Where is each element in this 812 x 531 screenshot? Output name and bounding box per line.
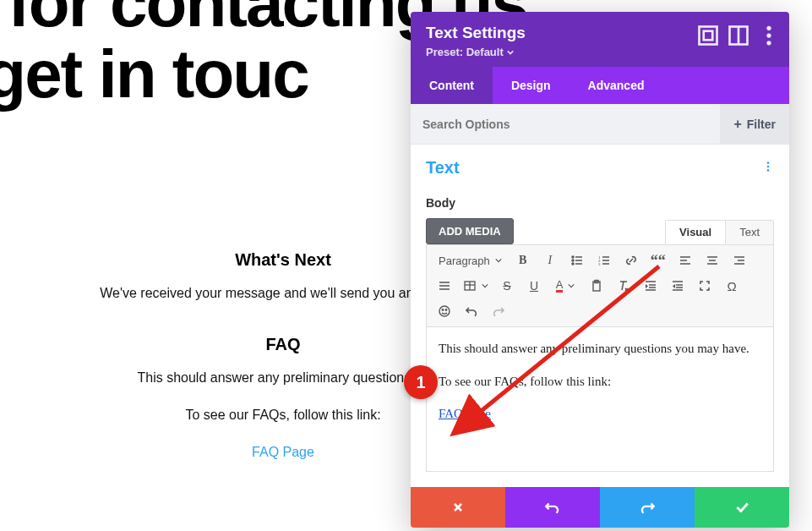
- svg-point-47: [439, 306, 450, 316]
- filter-button[interactable]: + Filter: [720, 104, 789, 144]
- redo-footer-button[interactable]: [600, 487, 695, 528]
- chevron-down-icon: [507, 49, 514, 56]
- blockquote-button[interactable]: ““: [646, 249, 671, 272]
- chevron-down-icon: [495, 257, 502, 264]
- section-more-icon[interactable]: [762, 159, 774, 177]
- panel-footer: [411, 487, 789, 528]
- table-dropdown[interactable]: [459, 274, 493, 298]
- svg-point-9: [767, 169, 770, 172]
- cancel-button[interactable]: [411, 487, 505, 528]
- editor-paragraph-2: To see our FAQs, follow this link:: [439, 372, 761, 391]
- svg-point-4: [766, 26, 771, 30]
- bullet-list-button[interactable]: [564, 249, 590, 272]
- snap-icon[interactable]: [727, 24, 750, 47]
- close-icon: [451, 501, 465, 514]
- underline-button[interactable]: U: [521, 274, 547, 298]
- text-settings-panel: Text Settings Preset: Default Content De…: [411, 12, 789, 528]
- add-media-row: ADD MEDIA Visual Text: [426, 210, 774, 244]
- tab-content[interactable]: Content: [411, 67, 493, 104]
- section-body: Text Body ADD MEDIA Visual Text Paragrap…: [411, 145, 789, 487]
- paragraph-label: Paragraph: [439, 255, 490, 267]
- numbered-list-button[interactable]: 123: [591, 249, 617, 272]
- preset-label: Preset: Default: [426, 46, 504, 58]
- paragraph-dropdown[interactable]: Paragraph: [432, 249, 509, 272]
- undo-button[interactable]: [459, 299, 484, 323]
- expand-icon[interactable]: [696, 24, 720, 47]
- link-button[interactable]: [619, 249, 644, 272]
- indent-button[interactable]: [638, 274, 663, 298]
- tab-advanced[interactable]: Advanced: [569, 67, 663, 104]
- section-title: Text: [426, 158, 460, 178]
- panel-header-icons: [696, 24, 781, 47]
- strikethrough-button[interactable]: S: [494, 274, 520, 298]
- svg-point-14: [572, 263, 574, 265]
- svg-point-5: [766, 33, 771, 37]
- svg-rect-0: [700, 27, 717, 45]
- align-left-button[interactable]: [673, 249, 698, 272]
- svg-point-10: [572, 256, 574, 258]
- search-input[interactable]: [422, 118, 720, 131]
- preset-selector[interactable]: Preset: Default: [426, 46, 514, 58]
- editor-toolbar: Paragraph B I 123 ““ S U A Ω: [426, 244, 774, 327]
- align-center-button[interactable]: [700, 249, 725, 272]
- more-icon[interactable]: [757, 24, 781, 47]
- paste-button[interactable]: [584, 274, 609, 298]
- add-media-button[interactable]: ADD MEDIA: [426, 218, 514, 244]
- svg-text:3: 3: [598, 262, 601, 266]
- annotation-badge-1: 1: [404, 365, 438, 399]
- clear-formatting-button[interactable]: [611, 274, 636, 298]
- fullscreen-button[interactable]: [692, 274, 717, 298]
- outdent-button[interactable]: [665, 274, 690, 298]
- body-label: Body: [426, 196, 774, 210]
- editor-faq-link[interactable]: FAQ Page: [439, 407, 491, 420]
- tab-design[interactable]: Design: [493, 67, 569, 104]
- headline-line2: We'll get in touc: [0, 36, 308, 112]
- special-char-button[interactable]: Ω: [719, 274, 744, 298]
- svg-point-7: [767, 161, 770, 164]
- redo-button[interactable]: [486, 299, 511, 323]
- panel-header: Text Settings Preset: Default: [411, 12, 789, 67]
- faq-page-link[interactable]: FAQ Page: [252, 445, 314, 459]
- save-button[interactable]: [695, 487, 789, 528]
- editor-content[interactable]: This should answer any preliminary quest…: [426, 327, 774, 472]
- svg-point-49: [445, 309, 446, 310]
- editor-tab-visual[interactable]: Visual: [666, 221, 726, 244]
- svg-rect-1: [704, 31, 713, 41]
- svg-point-6: [766, 41, 771, 45]
- svg-point-12: [572, 260, 574, 261]
- check-icon: [734, 500, 749, 515]
- section-title-row: Text: [426, 158, 774, 178]
- text-color-dropdown[interactable]: A: [548, 274, 582, 298]
- undo-icon: [545, 500, 560, 515]
- svg-point-48: [442, 309, 443, 310]
- editor-tab-text[interactable]: Text: [726, 221, 773, 244]
- settings-tabs: Content Design Advanced: [411, 67, 789, 104]
- reset-button[interactable]: [505, 487, 600, 528]
- italic-button[interactable]: I: [537, 249, 563, 272]
- align-justify-button[interactable]: [432, 274, 457, 298]
- svg-point-8: [767, 166, 770, 168]
- bold-button[interactable]: B: [510, 249, 536, 272]
- editor-paragraph-1: This should answer any preliminary quest…: [439, 339, 761, 359]
- search-row: + Filter: [411, 104, 789, 145]
- emoji-button[interactable]: [432, 299, 457, 323]
- filter-label: Filter: [747, 118, 776, 131]
- editor-tabs: Visual Text: [665, 220, 774, 244]
- align-right-button[interactable]: [727, 249, 752, 272]
- redo-icon: [640, 500, 655, 515]
